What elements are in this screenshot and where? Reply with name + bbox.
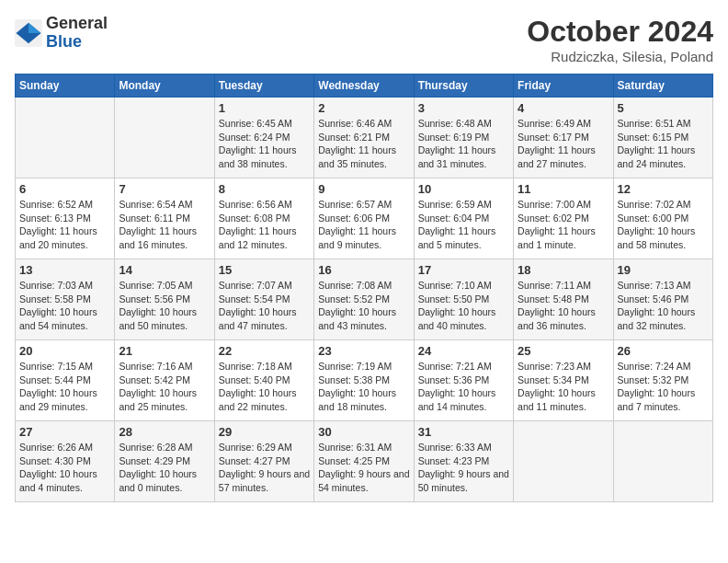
day-number: 12 [618, 182, 709, 196]
calendar-cell: 25Sunrise: 7:23 AM Sunset: 5:34 PM Dayli… [514, 340, 613, 421]
day-info: Sunrise: 7:10 AM Sunset: 5:50 PM Dayligh… [418, 279, 509, 333]
day-info: Sunrise: 7:02 AM Sunset: 6:00 PM Dayligh… [618, 198, 709, 252]
calendar-cell: 18Sunrise: 7:11 AM Sunset: 5:48 PM Dayli… [514, 259, 613, 340]
weekday-header-row: SundayMondayTuesdayWednesdayThursdayFrid… [16, 75, 713, 98]
calendar-cell: 23Sunrise: 7:19 AM Sunset: 5:38 PM Dayli… [314, 340, 414, 421]
weekday-header-thursday: Thursday [414, 75, 513, 98]
logo-text: General Blue [46, 15, 108, 52]
calendar-cell: 14Sunrise: 7:05 AM Sunset: 5:56 PM Dayli… [115, 259, 214, 340]
day-number: 31 [418, 425, 509, 439]
weekday-header-wednesday: Wednesday [314, 75, 414, 98]
day-info: Sunrise: 6:26 AM Sunset: 4:30 PM Dayligh… [19, 441, 110, 495]
day-info: Sunrise: 7:15 AM Sunset: 5:44 PM Dayligh… [19, 360, 110, 414]
day-number: 1 [219, 101, 310, 115]
day-info: Sunrise: 6:56 AM Sunset: 6:08 PM Dayligh… [219, 198, 310, 252]
day-number: 18 [518, 263, 609, 277]
calendar-cell: 6Sunrise: 6:52 AM Sunset: 6:13 PM Daylig… [16, 178, 115, 259]
day-number: 14 [119, 263, 210, 277]
calendar-cell: 29Sunrise: 6:29 AM Sunset: 4:27 PM Dayli… [214, 421, 313, 502]
day-number: 4 [518, 101, 609, 115]
calendar-body: 1Sunrise: 6:45 AM Sunset: 6:24 PM Daylig… [16, 98, 713, 502]
day-number: 15 [219, 263, 310, 277]
day-number: 30 [318, 425, 409, 439]
calendar-week-2: 6Sunrise: 6:52 AM Sunset: 6:13 PM Daylig… [16, 178, 713, 259]
calendar-cell: 27Sunrise: 6:26 AM Sunset: 4:30 PM Dayli… [16, 421, 115, 502]
day-info: Sunrise: 6:46 AM Sunset: 6:21 PM Dayligh… [318, 117, 409, 171]
day-number: 17 [418, 263, 509, 277]
logo: General Blue [15, 15, 108, 52]
calendar-cell: 8Sunrise: 6:56 AM Sunset: 6:08 PM Daylig… [214, 178, 313, 259]
day-number: 2 [318, 101, 409, 115]
weekday-header-monday: Monday [115, 75, 214, 98]
day-number: 19 [618, 263, 709, 277]
day-number: 29 [219, 425, 310, 439]
calendar-cell: 12Sunrise: 7:02 AM Sunset: 6:00 PM Dayli… [613, 178, 712, 259]
day-number: 3 [418, 101, 509, 115]
day-number: 6 [19, 182, 110, 196]
calendar-cell [115, 98, 214, 178]
day-info: Sunrise: 6:48 AM Sunset: 6:19 PM Dayligh… [418, 117, 509, 171]
calendar-cell: 28Sunrise: 6:28 AM Sunset: 4:29 PM Dayli… [115, 421, 214, 502]
day-info: Sunrise: 7:00 AM Sunset: 6:02 PM Dayligh… [518, 198, 609, 252]
day-number: 7 [119, 182, 210, 196]
calendar-cell [613, 421, 712, 502]
calendar-week-3: 13Sunrise: 7:03 AM Sunset: 5:58 PM Dayli… [16, 259, 713, 340]
day-info: Sunrise: 7:18 AM Sunset: 5:40 PM Dayligh… [219, 360, 310, 414]
day-info: Sunrise: 7:03 AM Sunset: 5:58 PM Dayligh… [19, 279, 110, 333]
day-number: 5 [618, 101, 709, 115]
day-info: Sunrise: 6:59 AM Sunset: 6:04 PM Dayligh… [418, 198, 509, 252]
calendar-cell: 7Sunrise: 6:54 AM Sunset: 6:11 PM Daylig… [115, 178, 214, 259]
day-info: Sunrise: 7:08 AM Sunset: 5:52 PM Dayligh… [318, 279, 409, 333]
calendar-week-1: 1Sunrise: 6:45 AM Sunset: 6:24 PM Daylig… [16, 98, 713, 178]
day-number: 25 [518, 344, 609, 358]
calendar-cell: 2Sunrise: 6:46 AM Sunset: 6:21 PM Daylig… [314, 98, 414, 178]
day-info: Sunrise: 7:23 AM Sunset: 5:34 PM Dayligh… [518, 360, 609, 414]
calendar-cell: 11Sunrise: 7:00 AM Sunset: 6:02 PM Dayli… [514, 178, 613, 259]
day-number: 27 [19, 425, 110, 439]
day-number: 16 [318, 263, 409, 277]
calendar-cell [16, 98, 115, 178]
day-info: Sunrise: 6:52 AM Sunset: 6:13 PM Dayligh… [19, 198, 110, 252]
calendar-cell: 13Sunrise: 7:03 AM Sunset: 5:58 PM Dayli… [16, 259, 115, 340]
day-info: Sunrise: 6:54 AM Sunset: 6:11 PM Dayligh… [119, 198, 210, 252]
day-info: Sunrise: 6:29 AM Sunset: 4:27 PM Dayligh… [219, 441, 310, 495]
calendar-cell: 22Sunrise: 7:18 AM Sunset: 5:40 PM Dayli… [214, 340, 313, 421]
day-number: 22 [219, 344, 310, 358]
calendar-cell: 10Sunrise: 6:59 AM Sunset: 6:04 PM Dayli… [414, 178, 513, 259]
weekday-header-friday: Friday [514, 75, 613, 98]
calendar-cell: 4Sunrise: 6:49 AM Sunset: 6:17 PM Daylig… [514, 98, 613, 178]
day-number: 10 [418, 182, 509, 196]
day-info: Sunrise: 7:16 AM Sunset: 5:42 PM Dayligh… [119, 360, 210, 414]
calendar-cell: 17Sunrise: 7:10 AM Sunset: 5:50 PM Dayli… [414, 259, 513, 340]
day-info: Sunrise: 6:57 AM Sunset: 6:06 PM Dayligh… [318, 198, 409, 252]
day-info: Sunrise: 7:21 AM Sunset: 5:36 PM Dayligh… [418, 360, 509, 414]
day-number: 24 [418, 344, 509, 358]
day-info: Sunrise: 6:33 AM Sunset: 4:23 PM Dayligh… [418, 441, 509, 495]
logo-blue: Blue [46, 33, 108, 52]
calendar-cell: 9Sunrise: 6:57 AM Sunset: 6:06 PM Daylig… [314, 178, 414, 259]
calendar-cell: 24Sunrise: 7:21 AM Sunset: 5:36 PM Dayli… [414, 340, 513, 421]
day-number: 26 [618, 344, 709, 358]
title-section: October 2024 Rudziczka, Silesia, Poland [527, 15, 713, 64]
calendar-week-5: 27Sunrise: 6:26 AM Sunset: 4:30 PM Dayli… [16, 421, 713, 502]
day-number: 20 [19, 344, 110, 358]
day-number: 8 [219, 182, 310, 196]
day-info: Sunrise: 7:05 AM Sunset: 5:56 PM Dayligh… [119, 279, 210, 333]
calendar-cell: 19Sunrise: 7:13 AM Sunset: 5:46 PM Dayli… [613, 259, 712, 340]
logo-icon [15, 19, 42, 47]
day-info: Sunrise: 6:31 AM Sunset: 4:25 PM Dayligh… [318, 441, 409, 495]
location: Rudziczka, Silesia, Poland [527, 49, 713, 64]
page-header: General Blue October 2024 Rudziczka, Sil… [15, 15, 713, 64]
day-info: Sunrise: 7:24 AM Sunset: 5:32 PM Dayligh… [618, 360, 709, 414]
calendar-cell: 21Sunrise: 7:16 AM Sunset: 5:42 PM Dayli… [115, 340, 214, 421]
month-title: October 2024 [527, 15, 713, 49]
day-info: Sunrise: 7:13 AM Sunset: 5:46 PM Dayligh… [618, 279, 709, 333]
calendar-cell: 3Sunrise: 6:48 AM Sunset: 6:19 PM Daylig… [414, 98, 513, 178]
logo-general: General [46, 15, 108, 33]
day-info: Sunrise: 7:19 AM Sunset: 5:38 PM Dayligh… [318, 360, 409, 414]
calendar-table: SundayMondayTuesdayWednesdayThursdayFrid… [15, 74, 713, 502]
day-info: Sunrise: 6:45 AM Sunset: 6:24 PM Dayligh… [219, 117, 310, 171]
calendar-cell: 26Sunrise: 7:24 AM Sunset: 5:32 PM Dayli… [613, 340, 712, 421]
calendar-cell: 1Sunrise: 6:45 AM Sunset: 6:24 PM Daylig… [214, 98, 313, 178]
calendar-week-4: 20Sunrise: 7:15 AM Sunset: 5:44 PM Dayli… [16, 340, 713, 421]
